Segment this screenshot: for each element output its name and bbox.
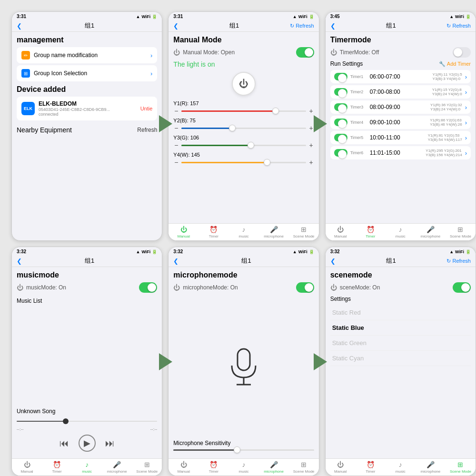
- slider-y1-minus[interactable]: −: [173, 107, 179, 115]
- timer-row-1[interactable]: Timer1 06:00-07:00 Y1(R):11 Y2(G):5Y3(B)…: [330, 70, 471, 83]
- slider-y4: Y4(W): 145 − +: [173, 152, 314, 166]
- slider-y3-minus[interactable]: −: [173, 141, 179, 149]
- tab-mic-6[interactable]: 🎤microphone: [416, 461, 446, 474]
- refresh-button-3[interactable]: ↻ Refresh: [446, 23, 471, 29]
- tab-scene-6[interactable]: ⊞Scene Mode: [446, 461, 476, 474]
- tab-mic-4[interactable]: 🎤microphone: [102, 461, 132, 474]
- tab-mic-5[interactable]: 🎤microphone: [259, 461, 289, 474]
- tab-music-6[interactable]: ♪music: [386, 461, 416, 474]
- status-icons-6: ▲WiFi🔋: [449, 249, 471, 254]
- slider-y3-track[interactable]: [181, 145, 306, 146]
- mode-text-4: musicMode: On: [26, 284, 136, 291]
- scene-static-red[interactable]: Static Red: [330, 305, 471, 320]
- timer2-toggle[interactable]: [334, 88, 347, 96]
- back-button-1[interactable]: ❮: [17, 22, 22, 30]
- sensitivity-track[interactable]: [173, 449, 314, 451]
- tab-timer-4[interactable]: ⏰Timer: [42, 461, 72, 474]
- tab-scene-5[interactable]: ⊞Scene Mode: [289, 461, 319, 474]
- timer4-id: Timer4: [350, 120, 367, 125]
- tab-scene-2[interactable]: ⊞Scene Mode: [289, 226, 319, 238]
- tab-manual-3[interactable]: ⏻Manual: [326, 226, 356, 238]
- music-toggle[interactable]: [139, 282, 157, 293]
- manual-content: Manual Mode ⏻ Manual Mode: Open The ligh…: [169, 32, 318, 223]
- scene-static-blue[interactable]: Static Blue: [330, 320, 471, 336]
- timer-toggle[interactable]: [453, 47, 471, 58]
- tab-timer-5[interactable]: ⏰Timer: [198, 461, 228, 474]
- scene-toggle[interactable]: [453, 282, 471, 293]
- group-name-item[interactable]: ✏ Group name modification ›: [17, 47, 157, 63]
- tab-manual-4[interactable]: ⏻Manual: [12, 461, 42, 474]
- time-2: 3:31: [173, 14, 183, 19]
- tab-timer-6[interactable]: ⏰Timer: [356, 461, 386, 474]
- slider-y2-plus[interactable]: +: [308, 124, 314, 132]
- scene-static-green[interactable]: Static Green: [330, 336, 471, 351]
- back-button-3[interactable]: ❮: [330, 22, 336, 30]
- timer6-toggle[interactable]: [334, 149, 347, 157]
- tab-manual-2[interactable]: ⏻Manual: [169, 226, 198, 238]
- add-timer-button[interactable]: 🔧 Add Timer: [439, 61, 471, 67]
- device-info: ELK-BLEDOM 05403D41-245E-C8B2-C8D6-9CB9.…: [39, 100, 137, 117]
- timer-row-5[interactable]: Timer5 10:00-11:00 Y1(R):81 Y2(G):53Y3(B…: [330, 131, 471, 144]
- back-button-6[interactable]: ❮: [330, 258, 336, 265]
- tab-music-5[interactable]: ♪music: [228, 461, 258, 474]
- tab-scene-3[interactable]: ⊞Scene Mode: [446, 226, 476, 238]
- nav-title-4: 组1: [85, 257, 94, 265]
- slider-y2-minus[interactable]: −: [173, 124, 179, 132]
- timer5-toggle[interactable]: [334, 134, 347, 141]
- slider-y2-track[interactable]: [181, 128, 306, 129]
- tab-manual-6[interactable]: ⏻Manual: [326, 461, 356, 474]
- manual-toggle[interactable]: [296, 47, 314, 58]
- slider-y1-fill: [181, 110, 275, 112]
- timer1-toggle[interactable]: [334, 73, 347, 80]
- refresh-button-6[interactable]: ↻ Refresh: [446, 258, 471, 264]
- group-icon-item[interactable]: ⊞ Group Icon Selection ›: [17, 65, 157, 81]
- slider-y3-plus[interactable]: +: [308, 141, 314, 149]
- tab-timer-3[interactable]: ⏰Timer: [356, 226, 386, 238]
- nearby-refresh[interactable]: Refresh: [137, 127, 157, 133]
- next-button[interactable]: ⏭: [105, 438, 115, 449]
- tab-mic-3[interactable]: 🎤microphone: [416, 226, 446, 238]
- timer1-chevron: ›: [465, 73, 467, 80]
- slider-y4-plus[interactable]: +: [308, 159, 314, 166]
- tab-manual-5[interactable]: ⏻Manual: [169, 461, 198, 474]
- untie-button[interactable]: Untie: [140, 106, 153, 111]
- back-button-2[interactable]: ❮: [173, 22, 178, 30]
- back-button-5[interactable]: ❮: [173, 258, 178, 265]
- timer-row-4[interactable]: Timer4 09:00-10:00 Y1(R):86 Y2(G):63Y3(B…: [330, 116, 471, 129]
- power-circle-icon: ⏻: [239, 79, 248, 89]
- run-settings-header: Run Settings 🔧 Add Timer: [330, 60, 471, 67]
- tab-timer-2[interactable]: ⏰Timer: [198, 226, 228, 238]
- tab-music-3[interactable]: ♪music: [386, 226, 416, 238]
- mic-visual-area: [173, 296, 314, 440]
- scene-settings-label: Settings: [330, 296, 471, 302]
- status-bar-1: 3:31 ▲ WiFi 🔋: [12, 12, 162, 20]
- timer3-details: Y1(R):36 Y2(G):32Y3(B):24 Y4(W):0: [430, 103, 462, 111]
- mode-text-6: sceneMode: On: [340, 284, 450, 291]
- tab-mic-2[interactable]: 🎤microphone: [259, 226, 289, 238]
- slider-y4-minus[interactable]: −: [173, 159, 179, 166]
- music-slider[interactable]: [17, 416, 157, 426]
- slider-y4-track[interactable]: [181, 162, 306, 163]
- tab-scene-4[interactable]: ⊞Scene Mode: [132, 461, 162, 474]
- timer-row-2[interactable]: Timer2 07:00-08:00 Y1(R):15 Y2(G):8Y3(B)…: [330, 85, 471, 99]
- timer6-chevron: ›: [465, 149, 467, 157]
- refresh-button-2[interactable]: ↻ Refresh: [290, 23, 314, 29]
- prev-button[interactable]: ⏮: [60, 438, 69, 449]
- timer-row-3[interactable]: Timer3 08:00-09:00 Y1(R):36 Y2(G):32Y3(B…: [330, 100, 471, 114]
- play-button[interactable]: ▶: [79, 435, 96, 452]
- back-button-4[interactable]: ❮: [17, 258, 22, 265]
- music-thumb: [63, 418, 69, 424]
- mic-toggle[interactable]: [296, 282, 314, 293]
- timer3-time: 08:00-09:00: [370, 104, 427, 110]
- slider-y1-plus[interactable]: +: [308, 107, 314, 115]
- scene-static-cyan[interactable]: Static Cyan: [330, 351, 471, 366]
- slider-y1-track[interactable]: [181, 110, 306, 112]
- timer-row-6[interactable]: Timer6 11:01-15:00 Y1(R):295 Y2(G):201Y3…: [330, 146, 471, 159]
- timer4-toggle[interactable]: [334, 119, 347, 126]
- tab-music-2[interactable]: ♪music: [228, 226, 258, 238]
- manual-title: Manual Mode: [173, 36, 314, 44]
- power-circle[interactable]: ⏻: [232, 72, 256, 96]
- timer3-toggle[interactable]: [334, 103, 347, 111]
- slider-y2: Y2(B): 75 − +: [173, 118, 314, 132]
- tab-music-4[interactable]: ♪music: [72, 461, 102, 474]
